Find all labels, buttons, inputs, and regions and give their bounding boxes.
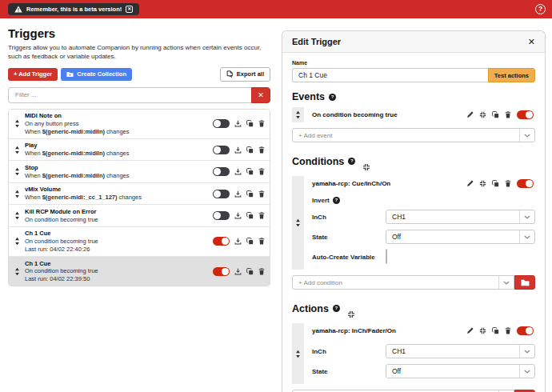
clone-icon[interactable] xyxy=(246,146,254,154)
filter-clear-button[interactable]: ✕ xyxy=(251,87,270,103)
collapse-all-icon[interactable] xyxy=(359,151,535,171)
folder-plus-icon xyxy=(66,71,74,78)
invert-label: Invert xyxy=(312,197,330,204)
clone-icon[interactable] xyxy=(246,190,254,198)
enable-toggle[interactable] xyxy=(517,326,534,335)
folder-icon xyxy=(521,279,530,286)
export-all-button[interactable]: Export all xyxy=(220,67,270,82)
trigger-row[interactable]: Kill RCP Module on Error On condition be… xyxy=(9,205,270,227)
chevron-down-icon xyxy=(498,276,514,289)
trash-icon[interactable] xyxy=(258,212,265,219)
action-card: yamaha-rcp: InCh/Fader/On InCh xyxy=(292,323,535,384)
edit-icon[interactable] xyxy=(466,111,474,118)
clone-icon[interactable] xyxy=(492,111,499,118)
clone-icon[interactable] xyxy=(246,212,254,219)
events-heading: Events xyxy=(292,91,325,102)
download-icon[interactable] xyxy=(234,238,242,245)
enable-toggle[interactable] xyxy=(213,146,230,154)
drag-handle-icon[interactable] xyxy=(9,267,25,276)
actions-info-icon[interactable]: ? xyxy=(333,305,340,312)
enable-toggle[interactable] xyxy=(213,267,230,276)
filter-input[interactable] xyxy=(8,87,251,103)
download-icon[interactable] xyxy=(234,268,242,275)
trash-icon[interactable] xyxy=(505,180,511,187)
drag-handle-icon[interactable] xyxy=(9,167,25,176)
trigger-row[interactable]: Ch 1 Cue On condition becoming true Last… xyxy=(9,227,270,257)
clone-icon[interactable] xyxy=(246,168,254,175)
clone-icon[interactable] xyxy=(246,238,254,245)
close-icon[interactable]: ✕ xyxy=(528,38,535,46)
inch-select[interactable]: CH1 xyxy=(386,344,535,358)
trash-icon[interactable] xyxy=(505,111,511,118)
condition-group-button[interactable] xyxy=(514,275,535,290)
clone-icon[interactable] xyxy=(246,120,254,127)
trash-icon[interactable] xyxy=(258,168,265,175)
clone-icon[interactable] xyxy=(492,180,499,187)
trash-icon[interactable] xyxy=(258,190,265,198)
trigger-row[interactable]: Stop When $(generic-midi:midiIn) changes xyxy=(9,161,270,183)
create-collection-button[interactable]: Create Collection xyxy=(61,68,132,81)
drag-handle-icon[interactable] xyxy=(292,323,304,384)
enable-toggle[interactable] xyxy=(213,237,230,246)
clone-icon[interactable] xyxy=(246,268,254,275)
download-icon[interactable] xyxy=(234,146,242,154)
enable-toggle[interactable] xyxy=(517,179,534,188)
page-description: Triggers allow you to automate Companion… xyxy=(8,44,270,62)
collapse-icon[interactable] xyxy=(479,180,486,187)
auto-create-variable-checkbox[interactable] xyxy=(386,249,387,264)
trigger-row[interactable]: MIDI Note on On any button press When $(… xyxy=(9,110,270,139)
collapse-all-icon[interactable] xyxy=(344,298,535,318)
collapse-icon[interactable] xyxy=(479,111,486,118)
drag-handle-icon[interactable] xyxy=(9,211,25,220)
collapse-icon[interactable] xyxy=(479,327,486,334)
drag-handle-icon[interactable] xyxy=(292,107,304,122)
event-item: On condition becoming true xyxy=(292,107,535,122)
last-run: Last run: 04/02 22:39:50 xyxy=(25,275,213,283)
trash-icon[interactable] xyxy=(505,327,511,334)
toast-close-icon[interactable]: ✕ xyxy=(126,6,133,13)
add-condition-select[interactable]: + Add condition xyxy=(292,275,514,290)
invert-info-icon[interactable]: ? xyxy=(333,197,340,204)
clone-icon[interactable] xyxy=(492,327,499,334)
enable-toggle[interactable] xyxy=(517,110,534,119)
enable-toggle[interactable] xyxy=(213,190,230,198)
drag-handle-icon[interactable] xyxy=(9,190,25,198)
condition-card: yamaha-rcp: Cue/InCh/On Invert? xyxy=(292,176,535,270)
chevron-down-icon xyxy=(519,345,534,358)
events-info-icon[interactable]: ? xyxy=(329,94,336,101)
download-icon[interactable] xyxy=(234,190,242,198)
trash-icon[interactable] xyxy=(258,146,265,154)
conditions-info-icon[interactable]: ? xyxy=(348,158,355,165)
trash-icon[interactable] xyxy=(258,268,265,275)
trash-icon[interactable] xyxy=(258,238,265,245)
trash-icon[interactable] xyxy=(258,120,265,127)
trigger-row[interactable]: Play When $(generic-midi:midiIn) changes xyxy=(9,139,270,162)
drag-handle-icon[interactable] xyxy=(9,237,25,246)
enable-toggle[interactable] xyxy=(213,211,230,220)
add-trigger-button[interactable]: + Add Trigger xyxy=(8,68,58,81)
last-run: Last run: 04/02 22:40:26 xyxy=(25,246,213,254)
state-label: State xyxy=(312,368,386,375)
help-button[interactable]: ? xyxy=(535,4,546,14)
trigger-row-selected[interactable]: Ch 1 Cue On condition becoming true Last… xyxy=(9,257,270,286)
inch-select[interactable]: CH1 xyxy=(386,210,535,224)
download-icon[interactable] xyxy=(234,120,242,127)
trigger-name-input[interactable] xyxy=(292,68,488,82)
edit-icon[interactable] xyxy=(466,327,474,334)
drag-handle-icon[interactable] xyxy=(9,146,25,154)
trigger-row[interactable]: vMix Volume When $(generic-midi:_cc_1_12… xyxy=(9,183,270,206)
add-event-select[interactable]: + Add event xyxy=(292,128,535,142)
download-icon[interactable] xyxy=(234,212,242,219)
drag-handle-icon[interactable] xyxy=(292,176,304,270)
state-select[interactable]: Off xyxy=(386,230,535,244)
state-select[interactable]: Off xyxy=(386,364,535,378)
edit-trigger-panel: Edit Trigger ✕ Name Test actions Events … xyxy=(282,30,546,392)
download-icon[interactable] xyxy=(234,168,242,175)
top-banner: Remember, this is a beta version! ✕ ? xyxy=(0,0,552,18)
edit-icon[interactable] xyxy=(466,180,474,187)
enable-toggle[interactable] xyxy=(213,167,230,176)
test-actions-button[interactable]: Test actions xyxy=(488,68,535,82)
inch-label: InCh xyxy=(312,214,386,221)
drag-handle-icon[interactable] xyxy=(9,119,25,128)
enable-toggle[interactable] xyxy=(213,119,230,128)
